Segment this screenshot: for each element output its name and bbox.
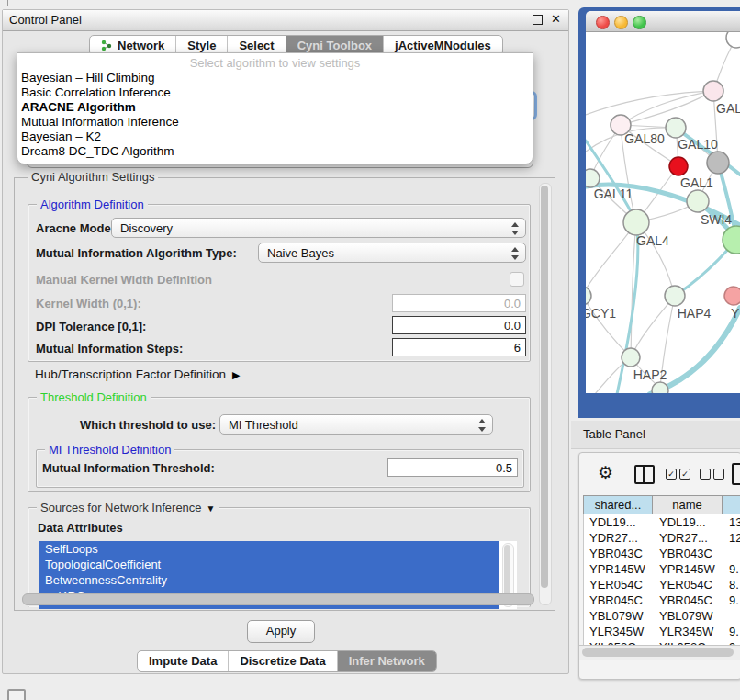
algorithm-option-dream8[interactable]: Dream8 DC_TDC Algorithm <box>17 144 533 159</box>
column-header-shared-name[interactable]: shared... <box>583 495 653 514</box>
sources-group: Sources for Network Inference▼ Data Attr… <box>28 507 531 607</box>
mi-steps-label: Mutual Information Steps: <box>36 342 183 356</box>
minimize-traffic-light-icon[interactable] <box>614 16 628 29</box>
table-panel-title: Table Panel <box>583 427 645 441</box>
cyni-bottom-tabbar: Impute Data Discretize Data Infer Networ… <box>137 650 437 672</box>
zoom-traffic-light-icon[interactable] <box>633 16 646 29</box>
node-gcy1[interactable] <box>586 287 591 305</box>
tab-discretize-data[interactable]: Discretize Data <box>229 651 337 671</box>
table-row[interactable]: YDR27... YDR27... 12 <box>584 530 740 546</box>
table-row[interactable]: YDL19... YDL19... 13 <box>584 514 740 530</box>
node-hap2[interactable] <box>622 348 640 367</box>
node-swi4[interactable] <box>687 190 709 212</box>
top-divider-tick <box>7 0 8 6</box>
table-body: YDL19... YDL19... 13 YDR27... YDR27... 1… <box>583 514 740 645</box>
network-canvas[interactable]: GAL GAL80 GAL10 GAL1 GAL11 SWI4 GAL4 GCY… <box>586 32 740 393</box>
mi-threshold-field[interactable]: 0.5 <box>387 458 518 477</box>
node-gal4[interactable] <box>623 209 649 235</box>
dpi-tolerance-label: DPI Tolerance [0,1]: <box>36 320 146 333</box>
checked-pair-icon[interactable]: ✓✓ <box>666 469 690 480</box>
table-row[interactable]: YBR043C YBR043C <box>584 546 740 561</box>
data-attributes-label: Data Attributes <box>38 521 123 535</box>
sources-title[interactable]: Sources for Network Inference▼ <box>37 501 219 514</box>
updown-arrows-icon <box>477 418 486 433</box>
node-right-pink[interactable] <box>724 287 740 305</box>
manual-kernel-checkbox[interactable] <box>510 272 524 287</box>
close-traffic-light-icon[interactable] <box>596 16 610 29</box>
dpi-tolerance-field[interactable]: 0.0 <box>392 316 526 334</box>
control-panel-titlebar: Control Panel ✕ <box>3 10 568 31</box>
node-label-hap2: HAP2 <box>633 367 667 382</box>
node-label-gal11: GAL11 <box>594 186 633 201</box>
algorithm-option-aracne[interactable]: ARACNE Algorithm <box>17 100 533 115</box>
apply-button[interactable]: Apply <box>247 620 315 643</box>
column-header-partial[interactable]: A <box>723 495 740 514</box>
scrollbar-thumb[interactable] <box>541 186 548 588</box>
table-row[interactable]: YER054C YER054C 8. <box>584 577 740 593</box>
algorithm-option-basic-correlation[interactable]: Basic Correlation Inference <box>17 85 533 100</box>
list-item-betweennesscentrality[interactable]: BetweennessCentrality <box>39 572 499 588</box>
tab-impute-data[interactable]: Impute Data <box>138 651 229 671</box>
column-header-name[interactable]: name <box>653 495 723 514</box>
node-gal10[interactable] <box>666 118 686 138</box>
mi-threshold-group: MI Threshold Definition Mutual Informati… <box>36 449 524 488</box>
table-horizontal-scrollbar[interactable] <box>579 645 740 660</box>
chevron-right-icon: ▶ <box>232 369 240 381</box>
columns-icon[interactable] <box>634 465 655 484</box>
threshold-definition-group: Threshold Definition Which threshold to … <box>28 397 531 492</box>
list-item-topologicalcoefficient[interactable]: TopologicalCoefficient <box>39 557 499 572</box>
tab-infer-network[interactable]: Infer Network <box>338 651 436 671</box>
gear-icon[interactable]: ⚙ <box>598 462 613 483</box>
network-window-titlebar <box>586 11 740 32</box>
document-icon[interactable] <box>732 463 740 485</box>
kernel-width-label: Kernel Width (0,1): <box>36 297 141 310</box>
node-gray[interactable] <box>707 152 729 174</box>
aracne-mode-combobox[interactable]: Discovery <box>111 218 526 238</box>
list-item-selfloops[interactable]: SelfLoops <box>39 541 499 557</box>
algorithm-option-mutual-information[interactable]: Mutual Information Inference <box>17 115 533 130</box>
aracne-mode-label: Aracne Mode: <box>36 221 115 235</box>
updown-arrows-icon <box>510 221 519 236</box>
algorithm-option-bayesian-k2[interactable]: Bayesian – K2 <box>17 130 533 144</box>
settings-vertical-scrollbar[interactable] <box>539 183 552 605</box>
node-hap4[interactable] <box>665 286 685 306</box>
unchecked-pair-icon[interactable] <box>700 469 724 480</box>
manual-kernel-label: Manual Kernel Width Definition <box>36 273 212 287</box>
node-label-gal10: GAL10 <box>678 137 718 152</box>
node-selected-red[interactable] <box>669 157 688 175</box>
algorithm-option-bayesian-hill-climbing[interactable]: Bayesian – Hill Climbing <box>17 71 533 85</box>
mi-type-combobox[interactable]: Naive Bayes <box>258 243 526 263</box>
node-label-gcy1: GCY1 <box>586 306 616 321</box>
node-label-gal80: GAL80 <box>624 131 665 146</box>
table-header-row: shared... name A <box>583 495 740 514</box>
kernel-width-field[interactable]: 0.0 <box>392 294 526 312</box>
table-row[interactable]: YLR345W YLR345W 9. <box>584 624 740 639</box>
network-icon <box>101 40 113 51</box>
control-panel-title: Control Panel <box>9 13 82 27</box>
table-row[interactable]: YBR045C YBR045C 9. <box>584 593 740 608</box>
float-window-icon[interactable] <box>533 15 543 25</box>
which-threshold-combobox[interactable]: MI Threshold <box>219 414 493 435</box>
node-right-green[interactable] <box>723 226 740 254</box>
settings-horizontal-scrollbar[interactable] <box>22 593 534 605</box>
node-gal11[interactable] <box>586 169 600 187</box>
table-row[interactable]: YPR145W YPR145W 9. <box>584 561 740 577</box>
node-label-gal4: GAL4 <box>636 233 669 248</box>
chevron-down-icon: ▼ <box>207 503 216 514</box>
algorithm-dropdown-popup: Select algorithm to view settings Bayesi… <box>17 52 533 164</box>
minimized-panel-icon[interactable] <box>7 689 26 700</box>
table-row[interactable]: YBL079W YBL079W <box>584 608 740 624</box>
node-gal2[interactable] <box>703 81 723 101</box>
scrollbar-thumb[interactable] <box>582 648 734 657</box>
close-icon[interactable]: ✕ <box>551 12 561 26</box>
mi-steps-field[interactable]: 6 <box>392 338 526 356</box>
node-top-partial[interactable] <box>726 32 740 48</box>
algorithm-definition-group: Algorithm Definition Aracne Mode: Discov… <box>28 204 531 362</box>
hub-definition-toggle[interactable]: Hub/Transcription Factor Definition▶ <box>35 367 241 381</box>
network-view-window: GAL GAL80 GAL10 GAL1 GAL11 SWI4 GAL4 GCY… <box>578 7 740 418</box>
table-toolbar: ⚙ ✓✓ <box>579 460 740 488</box>
node-label-y-partial: Y <box>731 306 740 321</box>
node-bottom-partial[interactable] <box>652 382 668 393</box>
mi-type-label: Mutual Information Algorithm Type: <box>36 246 237 260</box>
threshold-definition-title: Threshold Definition <box>37 390 151 404</box>
